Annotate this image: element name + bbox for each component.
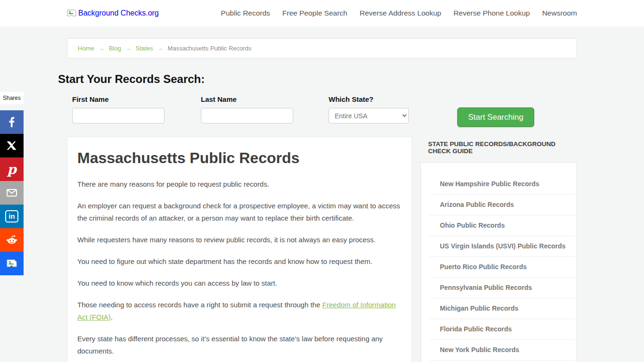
list-item: Ohio Public Records bbox=[429, 215, 575, 236]
linkedin-icon: in bbox=[5, 210, 18, 222]
sidebar-link-arizona[interactable]: Arizona Public Records bbox=[429, 195, 575, 215]
records-search-title: Start Your Records Search: bbox=[58, 73, 586, 86]
start-searching-button[interactable]: Start Searching bbox=[457, 107, 534, 127]
list-item: Puerto Rico Public Records bbox=[429, 257, 575, 278]
main-nav: Public Records Free People Search Revers… bbox=[221, 9, 577, 17]
facebook-share-button[interactable] bbox=[0, 110, 24, 134]
last-name-group: Last Name bbox=[201, 95, 293, 123]
share-broken-image-button[interactable] bbox=[0, 252, 24, 275]
site-logo[interactable]: Background Checks.org bbox=[67, 9, 159, 17]
shares-label: Shares bbox=[0, 92, 24, 104]
sidebar-link-ohio[interactable]: Ohio Public Records bbox=[429, 215, 575, 236]
records-search-form: First Name Last Name Which State? Entire… bbox=[58, 95, 586, 123]
logo-text: Background Checks.org bbox=[78, 9, 159, 17]
list-item: New Hampshire Public Records bbox=[429, 174, 575, 195]
first-name-group: First Name bbox=[72, 95, 165, 123]
broken-image-icon bbox=[7, 259, 17, 268]
breadcrumb-states[interactable]: States bbox=[136, 45, 153, 52]
state-group: Which State? Entire USA bbox=[329, 95, 409, 123]
list-item: New York Public Records bbox=[429, 340, 575, 361]
article-card: Massachusetts Public Records There are m… bbox=[67, 137, 412, 362]
breadcrumb-separator-icon: → bbox=[157, 45, 164, 52]
sidebar-heading: STATE PUBLIC RECORDS/BACKGROUND CHECK GU… bbox=[421, 137, 577, 155]
article-paragraph: Every state has different processes, so … bbox=[77, 333, 402, 357]
facebook-icon bbox=[6, 116, 18, 128]
first-name-input[interactable] bbox=[72, 108, 165, 123]
nav-public-records[interactable]: Public Records bbox=[221, 9, 270, 17]
breadcrumb-separator-icon: → bbox=[125, 45, 132, 52]
state-links-list: New Hampshire Public Records Arizona Pub… bbox=[421, 174, 577, 361]
email-icon bbox=[5, 187, 18, 198]
nav-free-people-search[interactable]: Free People Search bbox=[282, 9, 347, 17]
sidebar-link-us-virgin-islands[interactable]: US Virgin Islands (USVI) Public Records bbox=[429, 236, 575, 256]
article-paragraph: While requesters have many reasons to re… bbox=[77, 234, 402, 246]
sidebar-link-pennsylvania[interactable]: Pennsylvania Public Records bbox=[429, 278, 575, 298]
sidebar-link-florida[interactable]: Florida Public Records bbox=[429, 319, 575, 339]
state-label: Which State? bbox=[329, 95, 409, 103]
breadcrumb-home[interactable]: Home bbox=[78, 45, 94, 52]
sidebar-link-puerto-rico[interactable]: Puerto Rico Public Records bbox=[429, 257, 575, 277]
list-item: Pennsylvania Public Records bbox=[429, 278, 575, 298]
breadcrumb-current: Massachusetts Public Records bbox=[168, 45, 252, 52]
foia-text-pre: Those needing to access records have a r… bbox=[77, 301, 322, 309]
breadcrumb: Home → Blog → States → Massachusetts Pub… bbox=[67, 38, 577, 58]
sidebar-link-new-hampshire[interactable]: New Hampshire Public Records bbox=[429, 174, 575, 194]
sidebar-card: New Hampshire Public Records Arizona Pub… bbox=[421, 162, 577, 362]
sidebar: STATE PUBLIC RECORDS/BACKGROUND CHECK GU… bbox=[421, 137, 577, 362]
x-share-button[interactable] bbox=[0, 134, 24, 157]
state-select[interactable]: Entire USA bbox=[329, 108, 409, 123]
list-item: Florida Public Records bbox=[429, 319, 575, 340]
sidebar-link-michigan[interactable]: Michigan Public Records bbox=[429, 298, 575, 319]
site-header: Background Checks.org Public Records Fre… bbox=[0, 0, 644, 26]
article-paragraph: You need to figure out which state depar… bbox=[77, 255, 402, 268]
nav-reverse-address-lookup[interactable]: Reverse Address Lookup bbox=[360, 9, 441, 17]
pinterest-icon: p bbox=[7, 162, 17, 177]
reddit-share-button[interactable] bbox=[0, 228, 24, 252]
page: Background Checks.org Public Records Fre… bbox=[0, 0, 644, 362]
nav-reverse-phone-lookup[interactable]: Reverse Phone Lookup bbox=[454, 9, 530, 17]
article-paragraph: An employer can request a background che… bbox=[77, 200, 402, 224]
article-paragraph-foia: Those needing to access records have a r… bbox=[77, 299, 402, 323]
x-twitter-icon bbox=[6, 140, 17, 151]
list-item: Arizona Public Records bbox=[429, 195, 575, 215]
breadcrumb-separator-icon: → bbox=[99, 45, 105, 52]
list-item: Michigan Public Records bbox=[429, 298, 575, 319]
reddit-icon bbox=[5, 234, 19, 246]
breadcrumb-blog[interactable]: Blog bbox=[109, 45, 121, 52]
linkedin-share-button[interactable]: in bbox=[0, 205, 24, 228]
article-paragraph: You need to know which records you can a… bbox=[77, 277, 402, 289]
broken-image-icon bbox=[67, 9, 76, 17]
list-item: US Virgin Islands (USVI) Public Records bbox=[429, 236, 575, 257]
sidebar-link-new-york[interactable]: New York Public Records bbox=[429, 340, 575, 360]
last-name-label: Last Name bbox=[201, 95, 293, 103]
article-title: Massachusetts Public Records bbox=[77, 149, 402, 167]
first-name-label: First Name bbox=[72, 95, 165, 103]
last-name-input[interactable] bbox=[201, 108, 293, 123]
article-paragraph: There are many reasons for people to req… bbox=[77, 178, 402, 190]
foia-text-post: . bbox=[111, 313, 113, 321]
email-share-button[interactable] bbox=[0, 181, 24, 205]
pinterest-share-button[interactable]: p bbox=[0, 157, 24, 181]
nav-newsroom[interactable]: Newsroom bbox=[542, 9, 577, 17]
share-bar: Shares p in bbox=[0, 92, 24, 275]
